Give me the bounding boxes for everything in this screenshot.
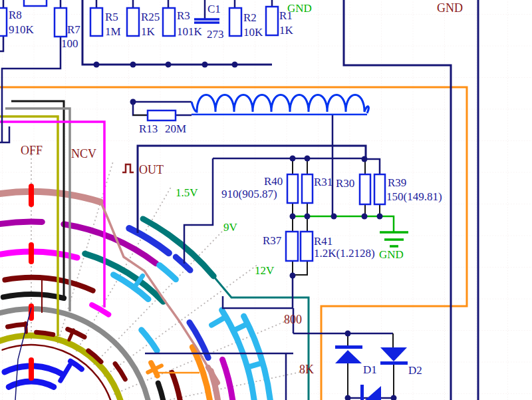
junction-dot [130,99,136,105]
junction-dot [94,62,100,68]
d1-ref[interactable]: D1 [363,363,377,376]
junction-dot [130,62,136,68]
resistor-r3 [163,8,175,36]
junction-dot [362,214,368,220]
c1-ref[interactable]: C1 [207,3,221,15]
junction-dot [290,156,296,162]
resistor-r13 [148,110,176,120]
c1-val[interactable]: 273 [207,28,224,41]
resistor-r25 [127,8,139,36]
r39-ref[interactable]: R39 [388,176,406,189]
junction-dot [362,156,368,162]
switch-pos-8k[interactable]: 8K [299,363,314,376]
r13-val[interactable]: 20M [165,122,186,135]
junction-dot [345,331,351,337]
resistor-r1 [266,7,278,35]
junction-dot [290,273,296,279]
junction-dot [232,62,238,68]
resistor-r2 [229,8,241,36]
r41-val[interactable]: 1.2K(1.2128) [314,247,375,260]
r5-ref[interactable]: R5 [105,11,118,23]
r31-ref[interactable]: R31 [314,176,332,188]
switch-pos-off[interactable]: OFF [21,144,43,157]
r25-ref[interactable]: R25 [141,11,160,23]
r1-val[interactable]: 1K [279,24,294,37]
switch-pos-12v[interactable]: 12V [255,264,275,277]
resistor-r8 [0,8,7,36]
schematic-canvas[interactable]: R8 910K R7 100 R5 1M R25 1K R3 101K C1 2… [0,0,532,400]
r13-ref[interactable]: R13 [139,122,158,135]
switch-pos-ncv[interactable]: NCV [71,147,96,160]
resistor-r31 [302,174,313,203]
gnd-label-divider[interactable]: GND [379,248,404,261]
switch-pos-out[interactable]: OUT [139,163,164,176]
r41-ref[interactable]: R41 [314,235,332,248]
switch-pos-9v[interactable]: 9V [223,221,238,234]
switch-pos-1v5[interactable]: 1.5V [176,186,198,199]
r39-val[interactable]: 150(149.81) [386,190,442,203]
switch-pos-800[interactable]: 800 [284,313,302,326]
r40-ref[interactable]: R40 [264,175,283,188]
resistor-r7 [55,8,66,37]
resistor-r37 [286,232,298,261]
junction-dot [202,62,208,68]
resistor-partial-top [24,0,47,6]
r2-ref[interactable]: R2 [243,11,257,24]
gnd-label-green-top[interactable]: GND [287,2,312,15]
junction-dot [331,214,337,220]
r2-val[interactable]: 10K [243,26,263,39]
resistor-r5 [90,8,102,36]
r30-ref[interactable]: R30 [336,177,354,190]
junction-dot [377,214,383,220]
resistor-r39 [374,174,385,204]
junction-dot [166,62,172,68]
r40-val[interactable]: 910(905.87) [221,188,277,200]
resistor-r40 [287,174,298,203]
r7-ref[interactable]: R7 [67,23,80,36]
gnd-label-red-top[interactable]: GND [437,1,463,15]
junction-dot [305,214,311,220]
junction-dot [305,156,311,162]
resistor-r30 [360,174,370,204]
r8-val[interactable]: 910K [9,23,35,36]
r5-val[interactable]: 1M [105,25,121,38]
junction-dot [290,214,296,220]
d2-ref[interactable]: D2 [408,364,422,377]
r3-ref[interactable]: R3 [177,9,190,22]
r37-ref[interactable]: R37 [263,234,282,247]
r3-val[interactable]: 101K [177,25,203,38]
resistor-r41 [301,232,313,261]
r8-ref[interactable]: R8 [9,9,22,21]
r25-val[interactable]: 1K [141,25,156,38]
r7-val[interactable]: 100 [61,37,78,50]
